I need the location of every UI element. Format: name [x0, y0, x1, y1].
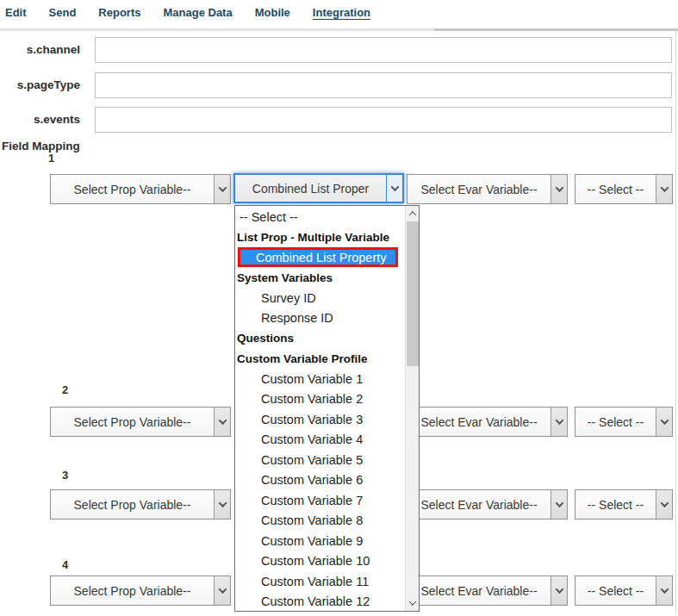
- sevents-row: s.events: [0, 107, 678, 133]
- prop-variable-select-2-value: Select Prop Variable--: [51, 415, 214, 429]
- multi-variable-select-1[interactable]: Combined List Proper: [233, 173, 404, 203]
- chevron-down-icon: [214, 408, 230, 436]
- prop-variable-select-4-value: Select Prop Variable--: [51, 584, 214, 598]
- prop-variable-select-1[interactable]: Select Prop Variable--: [50, 174, 231, 204]
- multi-variable-select-1-value: Combined List Proper: [235, 182, 386, 196]
- extra-select-1-value: -- Select --: [575, 183, 656, 196]
- row-number-2: 2: [62, 383, 68, 396]
- annotation-red-box: Combined List Property: [238, 247, 398, 267]
- dropdown-option[interactable]: Custom Variable 10: [235, 551, 405, 572]
- extra-select-1[interactable]: -- Select --: [575, 174, 673, 204]
- dropdown-option[interactable]: -- Select --: [235, 207, 405, 227]
- prop-variable-select-1-value: Select Prop Variable--: [51, 183, 214, 196]
- multi-variable-dropdown-list: -- Select -- List Prop - Multiple Variab…: [234, 205, 420, 612]
- evar-variable-select-3[interactable]: Select Evar Variable--: [407, 489, 568, 520]
- selected-option-highlight: Combined List Property: [240, 250, 395, 264]
- row-number-1: 1: [48, 152, 54, 165]
- evar-variable-select-2[interactable]: Select Evar Variable--: [407, 407, 568, 437]
- evar-variable-select-1-value: Select Evar Variable--: [407, 183, 550, 196]
- prop-variable-select-2[interactable]: Select Prop Variable--: [50, 407, 231, 437]
- dropdown-option[interactable]: Response ID: [235, 308, 405, 329]
- evar-variable-select-1[interactable]: Select Evar Variable--: [407, 174, 568, 204]
- chevron-down-icon: [214, 175, 230, 203]
- dropdown-option[interactable]: Survey ID: [235, 288, 405, 308]
- prop-variable-select-3[interactable]: Select Prop Variable--: [50, 489, 231, 520]
- dropdown-option[interactable]: Custom Variable 4: [235, 430, 405, 451]
- row-number-4: 4: [62, 558, 68, 571]
- dropdown-option[interactable]: Custom Variable 5: [235, 450, 405, 470]
- dropdown-group-label: Questions: [235, 328, 405, 349]
- prop-variable-select-4[interactable]: Select Prop Variable--: [50, 576, 231, 606]
- chevron-down-icon: [550, 576, 567, 605]
- spagetype-row: s.pageType: [0, 72, 678, 98]
- nav-item-integration[interactable]: Integration: [313, 6, 370, 19]
- row-number-3: 3: [62, 469, 68, 482]
- sevents-label: s.events: [0, 113, 80, 126]
- dropdown-option[interactable]: Custom Variable 11: [235, 571, 405, 592]
- sevents-input[interactable]: [95, 107, 672, 133]
- extra-select-4[interactable]: -- Select --: [575, 576, 673, 606]
- schannel-label: s.channel: [0, 43, 80, 56]
- dropdown-group-label: List Prop - Multiple Variable: [235, 227, 405, 248]
- evar-variable-select-4-value: Select Evar Variable--: [407, 584, 550, 598]
- dropdown-option[interactable]: Custom Variable 6: [235, 470, 405, 491]
- spagetype-input[interactable]: [95, 72, 672, 98]
- chevron-down-icon: [214, 576, 230, 605]
- extra-select-3[interactable]: -- Select --: [575, 489, 673, 520]
- top-nav: Edit Send Reports Manage Data Mobile Int…: [5, 6, 370, 19]
- evar-variable-select-3-value: Select Evar Variable--: [407, 498, 550, 512]
- schannel-row: s.channel: [0, 37, 678, 63]
- dropdown-option[interactable]: Custom Variable 8: [235, 511, 405, 532]
- schannel-input[interactable]: [95, 37, 672, 63]
- dropdown-option-selected[interactable]: Combined List Property: [235, 247, 405, 268]
- nav-item-manage-data[interactable]: Manage Data: [163, 6, 232, 19]
- evar-variable-select-4[interactable]: Select Evar Variable--: [407, 576, 568, 606]
- spagetype-label: s.pageType: [0, 78, 80, 91]
- chevron-down-icon: [550, 408, 567, 436]
- chevron-down-icon: [214, 490, 230, 519]
- scrollbar-thumb[interactable]: [407, 221, 419, 366]
- evar-variable-select-2-value: Select Evar Variable--: [407, 415, 550, 429]
- extra-select-4-value: -- Select --: [575, 584, 656, 598]
- dropdown-option[interactable]: Custom Variable 12: [235, 592, 405, 613]
- chevron-down-icon: [656, 576, 672, 605]
- nav-item-mobile[interactable]: Mobile: [255, 6, 290, 19]
- dropdown-group-label: Custom Variable Profile: [235, 349, 405, 370]
- chevron-down-icon: [550, 490, 567, 519]
- dropdown-option[interactable]: Custom Variable 7: [235, 490, 405, 511]
- chevron-down-icon: [550, 175, 567, 203]
- nav-item-reports[interactable]: Reports: [98, 6, 140, 19]
- dropdown-option[interactable]: Custom Variable 3: [235, 409, 405, 430]
- chevron-down-icon: [386, 175, 402, 202]
- page: Edit Send Reports Manage Data Mobile Int…: [0, 0, 678, 616]
- nav-divider: [0, 28, 678, 31]
- nav-item-send[interactable]: Send: [49, 6, 77, 19]
- dropdown-option[interactable]: Custom Variable 1: [235, 369, 405, 389]
- field-mapping-title: Field Mapping: [2, 140, 80, 152]
- chevron-down-icon: [656, 408, 672, 436]
- dropdown-options: -- Select -- List Prop - Multiple Variab…: [235, 207, 405, 612]
- prop-variable-select-3-value: Select Prop Variable--: [51, 498, 214, 512]
- dropdown-group-label: System Variables: [235, 268, 405, 289]
- extra-select-2[interactable]: -- Select --: [575, 407, 673, 437]
- dropdown-option[interactable]: Custom Variable 2: [235, 389, 405, 410]
- dropdown-scrollbar[interactable]: [405, 206, 419, 611]
- chevron-down-icon: [656, 490, 672, 519]
- extra-select-2-value: -- Select --: [575, 415, 656, 429]
- scroll-up-icon[interactable]: [406, 207, 420, 221]
- nav-item-edit[interactable]: Edit: [5, 6, 27, 19]
- dropdown-option[interactable]: Custom Variable 9: [235, 531, 405, 551]
- scroll-down-icon[interactable]: [406, 596, 420, 610]
- extra-select-3-value: -- Select --: [575, 498, 656, 512]
- chevron-down-icon: [656, 175, 672, 203]
